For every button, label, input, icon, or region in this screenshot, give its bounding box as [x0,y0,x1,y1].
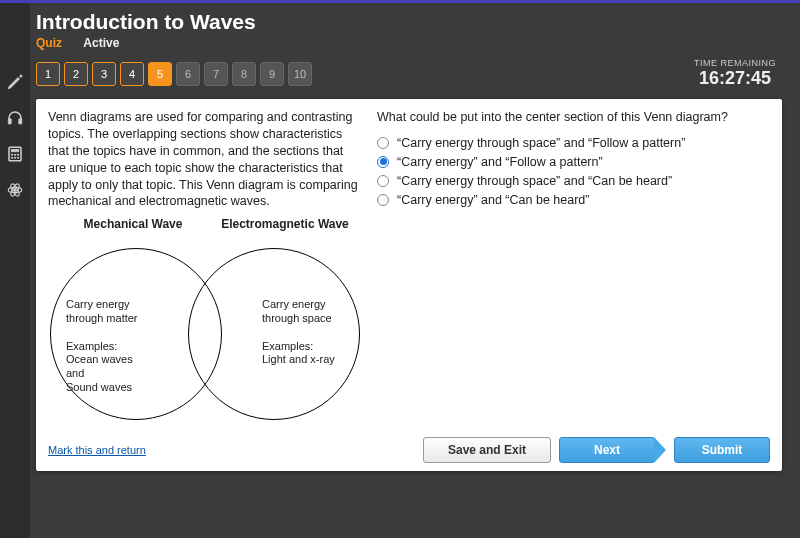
venn-right-text: Carry energy through space Examples: Lig… [262,298,362,367]
atom-icon[interactable] [6,181,24,199]
answer-column: What could be put into the center sectio… [377,109,770,428]
question-prompt: What could be put into the center sectio… [377,109,770,126]
question-nav-6: 6 [176,62,200,86]
options-list: “Carry energy through space” and “Follow… [377,136,770,207]
option-row[interactable]: “Carry energy” and “Follow a pattern” [377,155,770,169]
svg-point-10 [14,189,17,192]
status-label: Active [83,36,119,50]
option-label: “Carry energy through space” and “Follow… [397,136,685,150]
svg-point-5 [14,154,16,156]
svg-rect-1 [19,119,22,124]
next-button-wrap[interactable]: Next [559,437,666,463]
mark-return-link[interactable]: Mark this and return [48,444,146,456]
timer-value: 16:27:45 [694,68,776,89]
question-nav-9: 9 [260,62,284,86]
question-nav-7: 7 [204,62,228,86]
quiz-label: Quiz [36,36,62,50]
venn-left-text: Carry energy through matter Examples: Oc… [66,298,176,394]
tool-sidebar [0,3,30,538]
next-button[interactable]: Next [559,437,655,463]
option-label: “Carry energy” and “Can be heard” [397,193,589,207]
progress-row: 12345678910 TIME REMAINING 16:27:45 [36,58,800,89]
svg-point-4 [11,154,13,156]
panel-footer: Mark this and return Save and Exit Next … [48,437,770,463]
svg-rect-0 [8,119,11,124]
save-exit-button[interactable]: Save and Exit [423,437,551,463]
option-radio[interactable] [377,175,389,187]
page-title: Introduction to Waves [36,10,800,34]
venn-right-label: Electromagnetic Wave [220,218,350,231]
option-radio[interactable] [377,156,389,168]
option-row[interactable]: “Carry energy through space” and “Can be… [377,174,770,188]
passage-column: Venn diagrams are used for comparing and… [48,109,363,428]
svg-rect-3 [11,150,19,152]
option-row[interactable]: “Carry energy” and “Can be heard” [377,193,770,207]
question-nav-10: 10 [288,62,312,86]
question-nav-3[interactable]: 3 [92,62,116,86]
question-nav-2[interactable]: 2 [64,62,88,86]
headphones-icon[interactable] [6,109,24,127]
option-row[interactable]: “Carry energy through space” and “Follow… [377,136,770,150]
timer-label: TIME REMAINING [694,58,776,68]
svg-point-6 [17,154,19,156]
option-radio[interactable] [377,194,389,206]
submit-button[interactable]: Submit [674,437,770,463]
venn-left-label: Mechanical Wave [68,218,198,231]
question-nav: 12345678910 [36,62,312,86]
pencil-icon[interactable] [6,73,24,91]
svg-point-7 [11,157,13,159]
option-label: “Carry energy” and “Follow a pattern” [397,155,603,169]
option-radio[interactable] [377,137,389,149]
passage-text: Venn diagrams are used for comparing and… [48,109,363,210]
question-nav-4[interactable]: 4 [120,62,144,86]
calculator-icon[interactable] [6,145,24,163]
timer: TIME REMAINING 16:27:45 [694,58,776,89]
main-area: Introduction to Waves Quiz Active 123456… [30,0,800,471]
question-panel: Venn diagrams are used for comparing and… [36,99,782,471]
question-nav-8: 8 [232,62,256,86]
subheader: Quiz Active [36,36,800,50]
next-arrow-icon [654,437,666,463]
option-label: “Carry energy through space” and “Can be… [397,174,672,188]
question-nav-1[interactable]: 1 [36,62,60,86]
svg-point-9 [17,157,19,159]
venn-diagram: Mechanical Wave Electromagnetic Wave Car… [48,218,363,428]
svg-point-8 [14,157,16,159]
question-nav-5[interactable]: 5 [148,62,172,86]
